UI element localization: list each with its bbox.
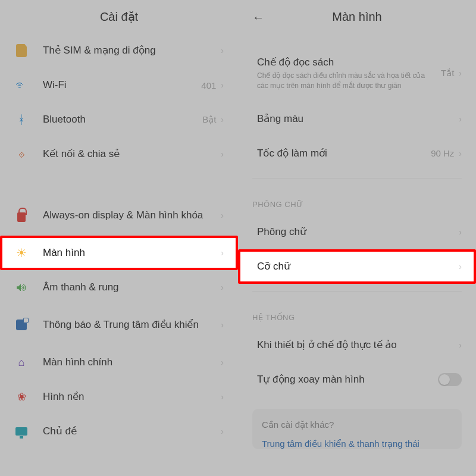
notification-icon xyxy=(14,318,29,332)
rotate-label: Tự động xoay màn hình xyxy=(257,373,438,386)
chevron-right-icon: › xyxy=(459,149,462,158)
chevron-right-icon: › xyxy=(221,320,224,330)
row-bluetooth-label: Bluetooth xyxy=(43,108,202,131)
rotate-toggle[interactable] xyxy=(438,373,462,386)
chevron-right-icon: › xyxy=(221,46,224,55)
chevron-right-icon: › xyxy=(221,115,224,124)
chevron-right-icon: › xyxy=(459,262,462,271)
settings-header: Cài đặt xyxy=(0,0,238,33)
row-wifi-value: 401 xyxy=(201,80,216,90)
row-display-label: Màn hình xyxy=(43,241,221,265)
row-sound[interactable]: 🔊︎ Âm thanh & rung › xyxy=(0,270,238,305)
row-vr[interactable]: Khi thiết bị ở chế độ thực tế ảo › xyxy=(238,328,476,362)
sound-icon: 🔊︎ xyxy=(14,280,29,295)
chevron-right-icon: › xyxy=(459,68,462,78)
row-wifi-label: Wi-Fi xyxy=(43,73,201,97)
row-display[interactable]: ☀ Màn hình › xyxy=(0,236,238,270)
reading-mode-title: Chế độ đọc sách xyxy=(257,56,441,68)
settings-list: Thẻ SIM & mạng di động › ᯤ Wi-Fi 401 › ᚼ… xyxy=(0,33,238,449)
chevron-right-icon: › xyxy=(221,248,224,258)
chevron-right-icon: › xyxy=(221,358,224,367)
row-home[interactable]: ⌂ Màn hình chính › xyxy=(0,345,238,380)
fontsize-label: Cỡ chữ xyxy=(257,260,459,273)
refresh-label: Tốc độ làm mới xyxy=(257,147,431,159)
row-sim-label: Thẻ SIM & mạng di động xyxy=(43,39,221,62)
wifi-icon: ᯤ xyxy=(14,78,29,92)
row-wifi[interactable]: ᯤ Wi-Fi 401 › xyxy=(0,68,238,102)
more-settings-card: Cần cài đặt khác? Trung tâm điều khiển &… xyxy=(252,409,462,449)
row-sound-label: Âm thanh & rung xyxy=(43,275,221,299)
chevron-right-icon: › xyxy=(221,427,224,436)
row-share-label: Kết nối & chia sẻ xyxy=(43,142,221,166)
row-aod[interactable]: Always-on display & Màn hình khóa › xyxy=(0,195,238,236)
chevron-right-icon: › xyxy=(459,114,462,124)
display-pane: ← Màn hình Chế độ đọc sách Chế độ đọc sá… xyxy=(238,0,476,476)
reading-mode-desc: Chế độ đọc sách điều chỉnh màu sắc và họ… xyxy=(257,71,441,91)
chevron-right-icon: › xyxy=(459,227,462,237)
bluetooth-icon: ᚼ xyxy=(14,112,29,127)
row-theme-label: Chủ đề xyxy=(43,419,221,443)
row-wallpaper-label: Hình nền xyxy=(43,385,221,409)
settings-pane: Cài đặt Thẻ SIM & mạng di động › ᯤ Wi-Fi… xyxy=(0,0,238,476)
chevron-right-icon: › xyxy=(221,149,224,159)
row-bluetooth[interactable]: ᚼ Bluetooth Bật › xyxy=(0,102,238,137)
refresh-value: 90 Hz xyxy=(431,148,454,158)
row-aod-label: Always-on display & Màn hình khóa xyxy=(43,203,221,227)
row-refresh[interactable]: Tốc độ làm mới 90 Hz › xyxy=(238,136,476,171)
chevron-right-icon: › xyxy=(221,80,224,90)
sim-icon xyxy=(14,43,29,58)
row-notif[interactable]: Thông báo & Trung tâm điều khiển › xyxy=(0,305,238,345)
row-theme[interactable]: Chủ đề › xyxy=(0,414,238,449)
vr-label: Khi thiết bị ở chế độ thực tế ảo xyxy=(257,339,459,351)
display-title: Màn hình xyxy=(332,10,381,24)
back-arrow-icon[interactable]: ← xyxy=(252,11,264,24)
reading-mode-value: Tắt xyxy=(441,68,454,79)
palette-label: Bảng màu xyxy=(257,112,459,125)
row-font[interactable]: Phông chữ › xyxy=(238,215,476,249)
row-reading-mode[interactable]: Chế độ đọc sách Chế độ đọc sách điều chỉ… xyxy=(238,45,476,102)
row-fontsize[interactable]: Cỡ chữ › xyxy=(238,249,476,284)
section-font-label: PHÔNG CHỮ xyxy=(238,186,476,215)
lock-icon xyxy=(14,208,29,223)
sun-icon: ☀ xyxy=(14,246,29,260)
row-bluetooth-value: Bật xyxy=(202,114,216,125)
font-label: Phông chữ xyxy=(257,226,459,238)
flower-icon: ❀ xyxy=(14,390,29,404)
row-notif-label: Thông báo & Trung tâm điều khiển xyxy=(43,313,221,337)
more-settings-question: Cần cài đặt khác? xyxy=(262,419,452,430)
settings-title: Cài đặt xyxy=(100,10,138,24)
row-rotate[interactable]: Tự động xoay màn hình xyxy=(238,362,476,397)
row-sim[interactable]: Thẻ SIM & mạng di động › xyxy=(0,33,238,68)
row-palette[interactable]: Bảng màu › xyxy=(238,102,476,136)
chevron-right-icon: › xyxy=(221,211,224,220)
row-share[interactable]: ⟐ Kết nối & chia sẻ › xyxy=(0,137,238,171)
section-system-label: HỆ THỐNG xyxy=(238,299,476,328)
row-wallpaper[interactable]: ❀ Hình nền › xyxy=(0,380,238,414)
chevron-right-icon: › xyxy=(221,392,224,402)
row-home-label: Màn hình chính xyxy=(43,350,221,374)
chevron-right-icon: › xyxy=(221,283,224,292)
share-icon: ⟐ xyxy=(14,147,29,161)
theme-icon xyxy=(14,424,29,439)
more-settings-link[interactable]: Trung tâm điều khiển & thanh trạng thái xyxy=(262,439,452,449)
home-icon: ⌂ xyxy=(14,355,29,369)
display-header: ← Màn hình xyxy=(238,0,476,33)
chevron-right-icon: › xyxy=(459,340,462,350)
